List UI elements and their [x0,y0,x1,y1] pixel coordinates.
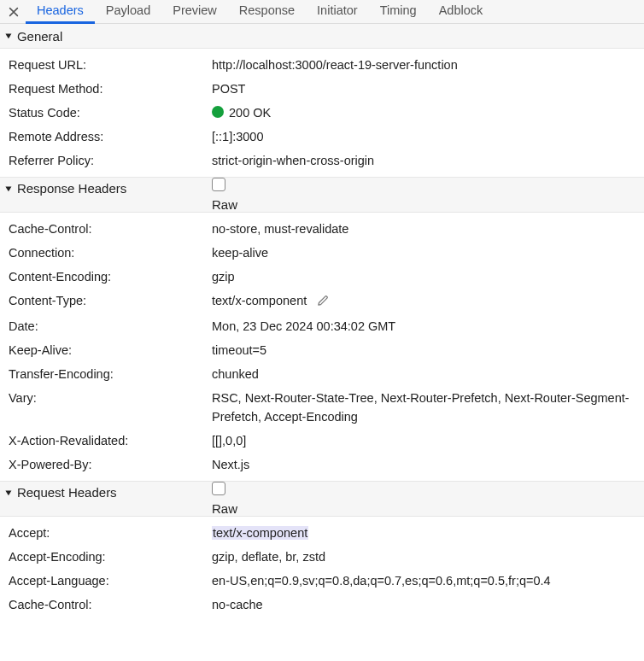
status-text: 200 OK [229,106,271,120]
tab-adblock[interactable]: Adblock [428,0,495,24]
header-value: keep-alive [212,243,644,262]
table-row: Accept-Language: en-US,en;q=0.9,sv;q=0.8… [0,569,644,593]
section-body-general: Request URL: http://localhost:3000/react… [0,49,644,177]
header-label: Connection: [9,243,212,262]
header-value: 200 OK [212,103,644,122]
table-row: X-Action-Revalidated: [[],0,0] [0,429,644,453]
tab-headers[interactable]: Headers [26,0,95,24]
edit-icon[interactable] [317,293,330,312]
section-title-general: General [17,29,62,44]
header-label: Request URL: [9,56,212,74]
header-label: Content-Type: [9,291,212,310]
table-row: Content-Type: text/x-component [0,289,644,314]
section-body-request-headers: Accept: text/x-component Accept-Encoding… [0,517,644,621]
header-label: Referrer Policy: [9,151,212,170]
table-row: Date: Mon, 23 Dec 2024 00:34:02 GMT [0,314,644,338]
header-label: Accept-Encoding: [9,547,212,566]
header-value: Mon, 23 Dec 2024 00:34:02 GMT [212,317,644,336]
header-value: no-store, must-revalidate [212,219,644,238]
tab-response[interactable]: Response [228,0,306,24]
tab-initiator[interactable]: Initiator [306,0,369,24]
table-row: Connection: keep-alive [0,241,644,265]
table-row: Cache-Control: no-cache [0,593,644,617]
table-row: Request URL: http://localhost:3000/react… [0,53,644,77]
header-label: Cache-Control: [9,595,212,614]
header-value: chunked [212,365,644,383]
header-label: Vary: [9,389,212,407]
header-label: Request Method: [9,79,212,98]
table-row: Keep-Alive: timeout=5 [0,338,644,362]
header-label: X-Powered-By: [9,455,212,474]
header-label: X-Action-Revalidated: [9,431,212,450]
header-label: Accept-Language: [9,571,212,590]
disclosure-icon[interactable]: ▼ [3,184,14,193]
section-header-response-headers[interactable]: ▼ Response Headers Raw [0,177,644,213]
header-value: [::1]:3000 [212,127,644,146]
header-label: Date: [9,317,212,336]
table-row: Content-Encoding: gzip [0,265,644,289]
raw-label: Raw [212,197,644,212]
header-value: strict-origin-when-cross-origin [212,151,644,170]
section-body-response-headers: Cache-Control: no-store, must-revalidate… [0,213,644,481]
x-icon [8,6,20,18]
header-value: gzip [212,267,644,286]
table-row: Request Method: POST [0,77,644,101]
disclosure-icon[interactable]: ▼ [3,488,14,497]
header-label: Cache-Control: [9,219,212,238]
header-value: en-US,en;q=0.9,sv;q=0.8,da;q=0.7,es;q=0.… [212,571,644,590]
table-row: Transfer-Encoding: chunked [0,362,644,386]
section-title-request-headers: Request Headers [17,485,117,500]
header-value: RSC, Next-Router-State-Tree, Next-Router… [212,389,644,426]
table-row: Accept: text/x-component [0,521,644,545]
header-label: Keep-Alive: [9,341,212,360]
header-value: gzip, deflate, br, zstd [212,547,644,566]
table-row: Status Code: 200 OK [0,101,644,125]
header-value: http://localhost:3000/react-19-server-fu… [212,56,644,74]
table-row: X-Powered-By: Next.js [0,453,644,477]
header-label: Transfer-Encoding: [9,365,212,383]
raw-label: Raw [212,501,644,516]
tab-preview[interactable]: Preview [161,0,228,24]
section-title-response-headers: Response Headers [17,181,126,196]
header-value-text: text/x-component [212,294,307,307]
table-row: Remote Address: [::1]:3000 [0,125,644,149]
section-header-general[interactable]: ▼ General [0,24,644,49]
pencil-icon [317,294,330,307]
header-value: Next.js [212,455,644,474]
close-icon[interactable] [2,0,26,24]
header-label: Content-Encoding: [9,267,212,286]
header-value: timeout=5 [212,341,644,360]
header-label: Remote Address: [9,127,212,146]
table-row: Accept-Encoding: gzip, deflate, br, zstd [0,545,644,569]
header-label: Status Code: [9,103,212,122]
header-value: [[],0,0] [212,431,644,450]
table-row: Cache-Control: no-store, must-revalidate [0,217,644,241]
disclosure-icon[interactable]: ▼ [3,31,14,40]
section-header-request-headers[interactable]: ▼ Request Headers Raw [0,481,644,517]
header-value: POST [212,79,644,98]
raw-checkbox[interactable] [212,178,225,191]
tab-timing[interactable]: Timing [369,0,428,24]
table-row: Referrer Policy: strict-origin-when-cros… [0,149,644,173]
highlighted-value: text/x-component [212,526,308,540]
tab-payload[interactable]: Payload [95,0,161,24]
raw-checkbox[interactable] [212,482,225,495]
tabs-bar: Headers Payload Preview Response Initiat… [0,0,644,24]
status-dot-icon [212,106,224,118]
header-value: text/x-component [212,524,644,542]
table-row: Vary: RSC, Next-Router-State-Tree, Next-… [0,386,644,429]
header-label: Accept: [9,524,212,542]
header-value: no-cache [212,595,644,614]
header-value: text/x-component [212,291,644,312]
